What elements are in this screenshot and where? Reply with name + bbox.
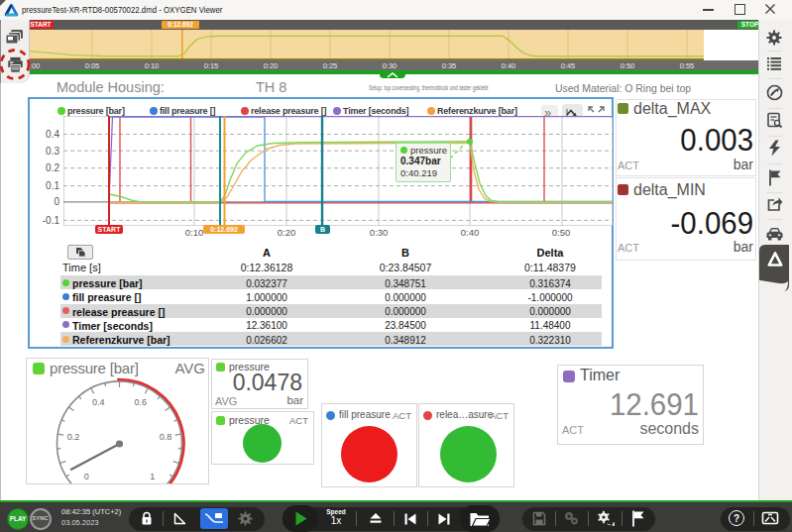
- svg-text:0.2: 0.2: [67, 432, 80, 442]
- svg-text:0.8: 0.8: [160, 432, 172, 442]
- svg-text:0.4: 0.4: [92, 397, 105, 407]
- svg-text:0.6: 0.6: [135, 397, 148, 407]
- svg-text:0: 0: [84, 472, 89, 481]
- svg-text:1: 1: [150, 472, 155, 481]
